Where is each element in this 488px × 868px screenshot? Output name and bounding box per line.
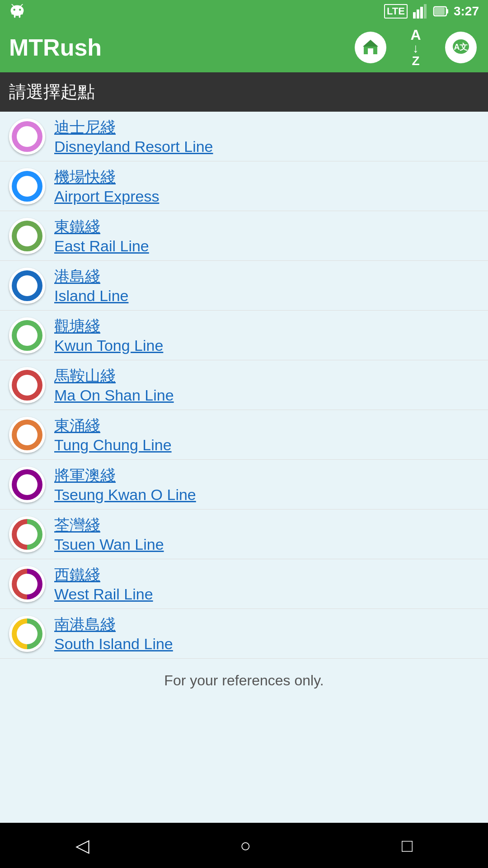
line-english-island: Island Line (54, 287, 128, 305)
line-text-island: 港島綫Island Line (54, 266, 128, 305)
main-content: 請選擇起點 迪士尼綫Disneyland Resort Line機場快綫Airp… (0, 72, 488, 748)
header: MTRush A ↓ Z A文 (0, 23, 488, 72)
recents-nav-button[interactable]: □ (402, 835, 413, 856)
status-bar-left (9, 3, 25, 19)
line-text-south-island: 南港島綫South Island Line (54, 614, 173, 653)
line-circle-east-rail (9, 218, 45, 254)
line-item-ma-on-shan[interactable]: 馬鞍山綫Ma On Shan Line (0, 360, 488, 410)
line-english-south-island: South Island Line (54, 635, 173, 653)
line-text-disneyland: 迪士尼綫Disneyland Resort Line (54, 117, 213, 156)
line-english-west-rail: West Rail Line (54, 585, 153, 603)
line-item-tung-chung[interactable]: 東涌綫Tung Chung Line (0, 410, 488, 460)
home-icon (355, 32, 386, 63)
line-circle-ma-on-shan (9, 367, 45, 403)
time-display: 3:27 (454, 4, 479, 19)
svg-rect-5 (14, 14, 16, 18)
line-english-airport: Airport Express (54, 188, 159, 205)
line-circle-south-island (9, 616, 45, 652)
svg-marker-18 (363, 40, 378, 47)
line-chinese-tung-chung: 東涌綫 (54, 415, 172, 436)
line-text-tung-chung: 東涌綫Tung Chung Line (54, 415, 172, 454)
home-nav-button[interactable]: ○ (240, 835, 251, 856)
battery-icon (433, 3, 449, 19)
sort-button[interactable]: A ↓ Z (398, 29, 434, 66)
line-english-disneyland: Disneyland Resort Line (54, 138, 213, 156)
line-item-island[interactable]: 港島綫Island Line (0, 261, 488, 311)
svg-rect-10 (417, 9, 419, 19)
line-chinese-tseung-kwan-o: 將軍澳綫 (54, 465, 196, 486)
line-text-ma-on-shan: 馬鞍山綫Ma On Shan Line (54, 366, 174, 404)
svg-rect-9 (413, 12, 416, 19)
footer-text: For your references only. (164, 672, 324, 689)
line-item-east-rail[interactable]: 東鐵綫East Rail Line (0, 211, 488, 261)
line-english-east-rail: East Rail Line (54, 237, 149, 255)
nav-bar: ◁ ○ □ (0, 823, 488, 868)
app-title: MTRush (9, 34, 343, 61)
svg-point-1 (13, 9, 15, 11)
line-item-west-rail[interactable]: 西鐵綫West Rail Line (0, 559, 488, 609)
line-chinese-east-rail: 東鐵綫 (54, 217, 149, 237)
line-english-ma-on-shan: Ma On Shan Line (54, 387, 174, 404)
status-bar-right: LTE 3:27 (384, 3, 479, 19)
line-circle-tsuen-wan (9, 516, 45, 552)
translate-icon: A文 (445, 32, 477, 63)
line-item-kwun-tong[interactable]: 觀塘綫Kwun Tong Line (0, 311, 488, 360)
svg-rect-3 (11, 10, 13, 14)
line-chinese-island: 港島綫 (54, 266, 128, 287)
status-bar: LTE 3:27 (0, 0, 488, 23)
svg-rect-11 (420, 7, 423, 19)
page-subtitle: 請選擇起點 (0, 72, 488, 112)
line-item-south-island[interactable]: 南港島綫South Island Line (0, 609, 488, 659)
line-item-tsuen-wan[interactable]: 荃灣綫Tsuen Wan Line (0, 509, 488, 559)
sort-icon: A ↓ Z (410, 28, 421, 67)
line-text-west-rail: 西鐵綫West Rail Line (54, 565, 153, 603)
svg-rect-15 (435, 8, 445, 15)
line-item-tseung-kwan-o[interactable]: 將軍澳綫Tseung Kwan O Line (0, 460, 488, 509)
line-chinese-airport: 機場快綫 (54, 167, 159, 188)
line-text-tsuen-wan: 荃灣綫Tsuen Wan Line (54, 515, 164, 553)
line-item-disneyland[interactable]: 迪士尼綫Disneyland Resort Line (0, 112, 488, 161)
svg-line-8 (20, 5, 23, 7)
line-circle-tseung-kwan-o (9, 467, 45, 503)
svg-line-7 (12, 5, 14, 7)
svg-point-2 (19, 9, 21, 11)
svg-rect-6 (19, 14, 21, 18)
line-text-airport: 機場快綫Airport Express (54, 167, 159, 205)
svg-rect-12 (424, 4, 427, 19)
line-text-kwun-tong: 觀塘綫Kwun Tong Line (54, 316, 163, 354)
line-circle-kwun-tong (9, 317, 45, 354)
line-text-tseung-kwan-o: 將軍澳綫Tseung Kwan O Line (54, 465, 196, 504)
line-english-tung-chung: Tung Chung Line (54, 436, 172, 454)
line-chinese-ma-on-shan: 馬鞍山綫 (54, 366, 174, 387)
signal-icon (412, 3, 428, 19)
line-circle-west-rail (9, 566, 45, 602)
android-icon (9, 3, 25, 19)
svg-rect-14 (446, 9, 448, 14)
line-circle-airport (9, 168, 45, 204)
line-list: 迪士尼綫Disneyland Resort Line機場快綫Airport Ex… (0, 112, 488, 659)
line-chinese-kwun-tong: 觀塘綫 (54, 316, 163, 337)
translate-button[interactable]: A文 (443, 29, 479, 66)
svg-rect-4 (21, 10, 23, 14)
svg-text:A文: A文 (454, 42, 468, 52)
line-chinese-tsuen-wan: 荃灣綫 (54, 515, 164, 536)
line-text-east-rail: 東鐵綫East Rail Line (54, 217, 149, 255)
back-nav-button[interactable]: ◁ (75, 835, 89, 856)
line-chinese-west-rail: 西鐵綫 (54, 565, 153, 585)
line-circle-island (9, 268, 45, 304)
line-chinese-south-island: 南港島綫 (54, 614, 173, 635)
line-english-tseung-kwan-o: Tseung Kwan O Line (54, 486, 196, 504)
line-circle-disneyland (9, 118, 45, 155)
lte-badge: LTE (384, 4, 408, 19)
line-circle-tung-chung (9, 417, 45, 453)
footer: For your references only. (0, 659, 488, 703)
line-english-tsuen-wan: Tsuen Wan Line (54, 536, 164, 553)
svg-rect-17 (368, 48, 373, 54)
line-chinese-disneyland: 迪士尼綫 (54, 117, 213, 138)
line-item-airport[interactable]: 機場快綫Airport Express (0, 161, 488, 211)
line-english-kwun-tong: Kwun Tong Line (54, 337, 163, 354)
home-button[interactable] (352, 29, 389, 66)
